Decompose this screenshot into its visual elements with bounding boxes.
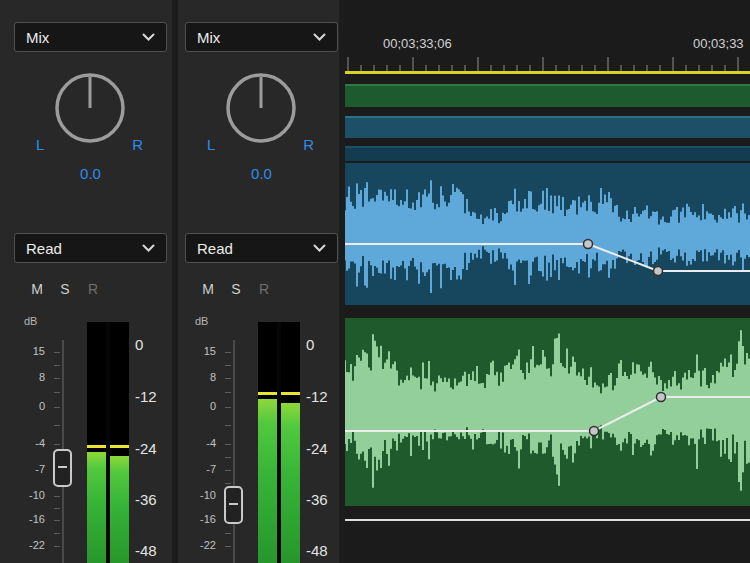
- fader-tick: [225, 352, 231, 353]
- fader-tick: [225, 392, 231, 393]
- fader-track[interactable]: [233, 340, 235, 563]
- fader-scale-label: 0: [14, 400, 45, 412]
- track-bar-1[interactable]: [345, 84, 750, 107]
- fader-tick: [54, 496, 60, 497]
- panel-divider: [172, 0, 178, 563]
- fader-tick: [54, 546, 60, 547]
- fader-scale-label: -22: [14, 539, 45, 551]
- meter-level-fill: [258, 399, 277, 563]
- automation-keyframe[interactable]: [584, 240, 593, 249]
- record-arm-button[interactable]: R: [82, 281, 104, 297]
- audio-mixer-workspace: Mix L R 0.0 Read M S R dB 1580-4-7-10-16…: [0, 0, 750, 563]
- solo-button[interactable]: S: [225, 281, 247, 297]
- fader-tick: [225, 483, 231, 484]
- peak-indicator: [281, 392, 300, 395]
- meter-scale-label: -24: [306, 440, 328, 457]
- fader-scale-label: -4: [185, 437, 216, 449]
- timeline-ruler[interactable]: 00;03;33;06 00;03;33: [345, 0, 750, 71]
- input-select[interactable]: Mix: [185, 22, 338, 52]
- timeline-panel: 00;03;33;06 00;03;33: [345, 0, 750, 563]
- automation-keyframe[interactable]: [657, 393, 666, 402]
- automation-mode-select[interactable]: Read: [185, 233, 338, 263]
- pan-left-label: L: [36, 136, 44, 153]
- fader-tick: [225, 444, 231, 445]
- fader-tick: [225, 378, 231, 379]
- fader-tick: [54, 444, 60, 445]
- audio-clip-1[interactable]: [345, 163, 750, 305]
- db-unit-label: dB: [24, 315, 37, 327]
- fader-tick: [225, 425, 231, 426]
- fader-scale-label: 15: [14, 345, 45, 357]
- pan-value[interactable]: 0.0: [14, 165, 167, 182]
- fader-scale-label: -16: [185, 513, 216, 525]
- meter-bar-left: [87, 322, 106, 563]
- fader-scale-label: -7: [185, 463, 216, 475]
- fader-scale-label: -7: [14, 463, 45, 475]
- input-select-value: Mix: [197, 29, 220, 46]
- mixer-panel: Mix L R 0.0 Read M S R dB 1580-4-7-10-16…: [0, 0, 345, 563]
- db-unit-label: dB: [195, 315, 208, 327]
- fader-tick: [54, 508, 60, 509]
- meter-scale-label: -36: [135, 491, 157, 508]
- waveform: [345, 330, 749, 490]
- meter-level-fill: [87, 452, 106, 563]
- peak-indicator: [87, 445, 106, 448]
- fader-tick: [54, 407, 60, 408]
- meter-level-fill: [281, 403, 300, 563]
- audio-clip-2[interactable]: [345, 318, 750, 506]
- input-select[interactable]: Mix: [14, 22, 167, 52]
- channel-strip-1: Mix L R 0.0 Read M S R dB 1580-4-7-10-16…: [14, 0, 167, 563]
- automation-mode-select[interactable]: Read: [14, 233, 167, 263]
- fader-handle[interactable]: [224, 486, 243, 524]
- fader-tick: [54, 520, 60, 521]
- meter-scale-label: -48: [135, 542, 157, 559]
- solo-button[interactable]: S: [54, 281, 76, 297]
- fader-tick: [225, 546, 231, 547]
- fader-scale-label: -10: [185, 489, 216, 501]
- mute-button[interactable]: M: [197, 281, 219, 297]
- fader-tick: [54, 425, 60, 426]
- level-meter: [87, 322, 129, 563]
- fader-tick: [54, 392, 60, 393]
- pan-right-label: R: [303, 136, 314, 153]
- waveform: [345, 180, 749, 293]
- automation-line-collapsed[interactable]: [345, 519, 750, 521]
- fader-tick: [54, 352, 60, 353]
- mute-button[interactable]: M: [26, 281, 48, 297]
- automation-mode-value: Read: [26, 240, 62, 257]
- channel-strip-2: Mix L R 0.0 Read M S R dB 1580-4-7-10-16…: [185, 0, 338, 563]
- automation-keyframe[interactable]: [590, 427, 599, 436]
- pan-left-label: L: [207, 136, 215, 153]
- record-arm-button[interactable]: R: [253, 281, 275, 297]
- pan-value[interactable]: 0.0: [185, 165, 338, 182]
- input-select-value: Mix: [26, 29, 49, 46]
- fader-scale-label: -4: [14, 437, 45, 449]
- pan-right-label: R: [132, 136, 143, 153]
- track-bar-3[interactable]: [345, 146, 750, 161]
- ruler-ticks: [345, 54, 750, 71]
- meter-scale-label: 0: [306, 336, 314, 353]
- fader-tick: [225, 365, 231, 366]
- fader-scale-label: -22: [185, 539, 216, 551]
- meter-scale-label: -24: [135, 440, 157, 457]
- meter-scale-label: -36: [306, 491, 328, 508]
- fader-tick: [54, 533, 60, 534]
- automation-keyframe[interactable]: [654, 267, 663, 276]
- chevron-down-icon: [313, 244, 326, 252]
- work-area-bar[interactable]: [345, 71, 750, 74]
- fader-grip-line: [58, 466, 67, 468]
- fader-tick: [225, 533, 231, 534]
- fader-handle[interactable]: [53, 449, 72, 487]
- pan-knob[interactable]: [50, 68, 130, 148]
- track-bar-2[interactable]: [345, 116, 750, 138]
- pan-knob[interactable]: [221, 68, 301, 148]
- fader-scale-label: -10: [14, 489, 45, 501]
- meter-scale-label: -12: [306, 388, 328, 405]
- fader-scale-label: 8: [14, 371, 45, 383]
- level-meter: [258, 322, 300, 563]
- fader-tick: [54, 365, 60, 366]
- peak-indicator: [258, 392, 277, 395]
- fader-tick: [225, 470, 231, 471]
- meter-scale-label: -48: [306, 542, 328, 559]
- fader-tick: [225, 407, 231, 408]
